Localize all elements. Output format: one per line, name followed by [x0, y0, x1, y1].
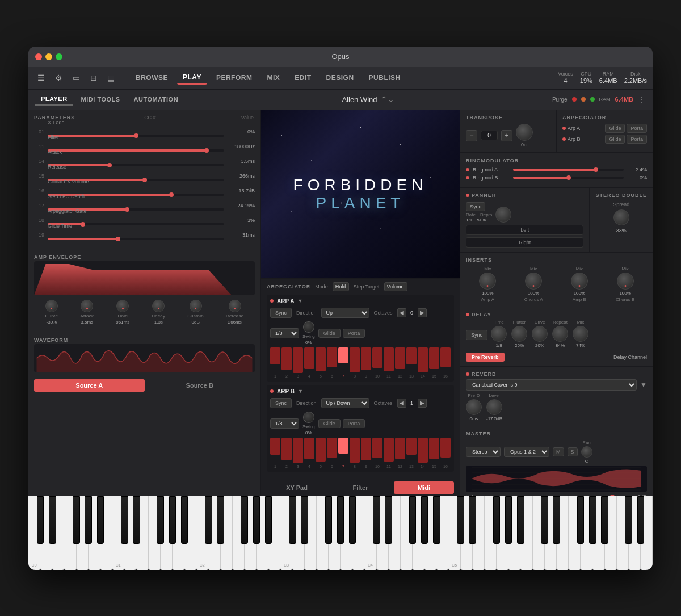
white-key-6[interactable] [100, 496, 112, 570]
step-16[interactable] [440, 347, 451, 367]
step-8[interactable] [350, 438, 360, 463]
source-a-tab[interactable]: Source A [34, 379, 145, 392]
white-key-24[interactable] [317, 496, 329, 570]
white-key-36[interactable] [461, 496, 473, 570]
param-slider-2[interactable] [48, 164, 224, 166]
param-slider-6[interactable] [48, 223, 224, 225]
white-key-35[interactable]: C5 [448, 496, 460, 570]
settings-icon[interactable]: ⚙ [52, 71, 66, 85]
white-key-14[interactable]: C2 [196, 496, 208, 570]
master-s-btn[interactable]: S [568, 447, 578, 456]
step-10[interactable] [372, 347, 382, 368]
arp-a-porta-btn[interactable]: Porta [343, 329, 365, 338]
white-key-17[interactable] [233, 496, 245, 570]
white-key-32[interactable] [413, 496, 424, 570]
white-key-49[interactable] [617, 496, 629, 570]
white-key-29[interactable] [377, 496, 389, 570]
reverb-preset-select[interactable]: Carlsbad Caverns 9 [466, 379, 637, 391]
release-knob[interactable] [229, 300, 241, 312]
master-mode-select[interactable]: Stereo [466, 447, 501, 457]
white-key-38[interactable] [485, 496, 497, 570]
arp-b-oct-dec[interactable]: ◀ [397, 399, 406, 408]
preset-arrows-icon[interactable]: ⌃⌄ [381, 95, 394, 104]
step-3[interactable] [293, 438, 303, 463]
tab-player[interactable]: PLAYER [35, 93, 73, 106]
step-10[interactable] [372, 438, 382, 458]
white-key-39[interactable] [497, 496, 508, 570]
arp-b-direction-select[interactable]: Up / Down Up Down [321, 398, 369, 408]
step-4[interactable] [304, 347, 314, 369]
white-key-22[interactable] [292, 496, 304, 570]
step-13[interactable] [406, 347, 417, 364]
tab-midi-tools[interactable]: MIDI TOOLS [75, 94, 126, 105]
white-key-19[interactable] [257, 496, 268, 570]
spread-knob[interactable] [613, 209, 629, 225]
white-key-41[interactable] [520, 496, 532, 570]
white-key-26[interactable] [340, 496, 352, 570]
step-15[interactable] [429, 347, 439, 369]
arp-b-oct-inc[interactable]: ▶ [418, 399, 427, 408]
curve-knob[interactable] [45, 300, 58, 312]
arp-a-menu-icon[interactable]: ▼ [298, 298, 303, 304]
panner-left-btn[interactable]: Left [466, 225, 583, 235]
step-11[interactable] [384, 438, 394, 462]
white-key-23[interactable] [305, 496, 317, 570]
arp-a-grid-select[interactable]: 1/8 T [270, 328, 299, 338]
tab-xy-pad[interactable]: XY Pad [267, 481, 327, 494]
white-key-4[interactable] [77, 496, 89, 570]
transpose-value[interactable]: 0 [481, 131, 498, 140]
step-11[interactable] [384, 347, 394, 371]
delay-repeat-knob[interactable] [552, 326, 568, 342]
attack-knob[interactable] [81, 300, 93, 312]
white-key-44[interactable] [557, 496, 569, 570]
pan-knob[interactable] [581, 446, 592, 458]
white-key-37[interactable] [473, 496, 485, 570]
white-key-7[interactable]: C1 [112, 496, 124, 570]
step-15[interactable] [429, 438, 439, 459]
white-key-27[interactable] [352, 496, 364, 570]
reverb-dropdown-icon[interactable]: ▼ [640, 381, 647, 389]
white-key-11[interactable] [161, 496, 173, 570]
param-slider-0[interactable] [48, 135, 224, 137]
step-14[interactable] [418, 438, 428, 463]
more-options-icon[interactable]: ⋮ [638, 95, 646, 104]
arp-a-porta-right-btn[interactable]: Porta [627, 124, 647, 133]
source-b-tab[interactable]: Source B [145, 379, 255, 392]
white-key-0[interactable]: C0 [28, 496, 40, 570]
master-m-btn[interactable]: M [553, 447, 564, 456]
white-key-25[interactable] [329, 496, 340, 570]
white-key-1[interactable] [40, 496, 52, 570]
white-key-20[interactable] [268, 496, 280, 570]
arp-a-oct-inc[interactable]: ▶ [418, 308, 427, 317]
tab-automation[interactable]: AUTOMATION [128, 94, 184, 105]
transpose-inc-btn[interactable]: + [501, 130, 512, 141]
white-key-18[interactable] [245, 496, 257, 570]
view-icon-1[interactable]: ▭ [69, 71, 83, 85]
white-key-5[interactable] [89, 496, 100, 570]
reverb-level-knob[interactable] [486, 399, 502, 415]
delay-drive-knob[interactable] [532, 326, 548, 342]
white-key-31[interactable] [401, 496, 413, 570]
transpose-knob[interactable] [516, 124, 533, 141]
white-key-46[interactable] [581, 496, 592, 570]
step-7[interactable] [338, 438, 348, 454]
sustain-knob[interactable] [190, 300, 202, 312]
arp-a-direction-select[interactable]: Up Down Up / Down [321, 308, 369, 318]
arp-a-swing-knob[interactable] [303, 321, 314, 333]
step-9[interactable] [361, 347, 371, 370]
panner-right-btn[interactable]: Right [466, 237, 583, 248]
preset-selector[interactable]: Alien Wind ⌃⌄ [342, 95, 394, 104]
step-5[interactable] [316, 438, 326, 462]
white-key-42[interactable] [533, 496, 545, 570]
hold-knob[interactable] [116, 300, 129, 312]
step-9[interactable] [361, 438, 371, 460]
transpose-dec-btn[interactable]: − [466, 130, 477, 141]
arp-a-oct-dec[interactable]: ◀ [397, 308, 406, 317]
insert-knob-1[interactable] [525, 273, 542, 290]
panner-sync-btn[interactable]: Sync [466, 202, 485, 211]
nav-browse[interactable]: BROWSE [130, 72, 174, 84]
step-13[interactable] [406, 438, 417, 455]
arp-step-target-select[interactable]: Volume [384, 282, 407, 291]
menu-icon[interactable]: ☰ [34, 71, 48, 85]
arp-b-porta-btn[interactable]: Porta [343, 419, 365, 428]
